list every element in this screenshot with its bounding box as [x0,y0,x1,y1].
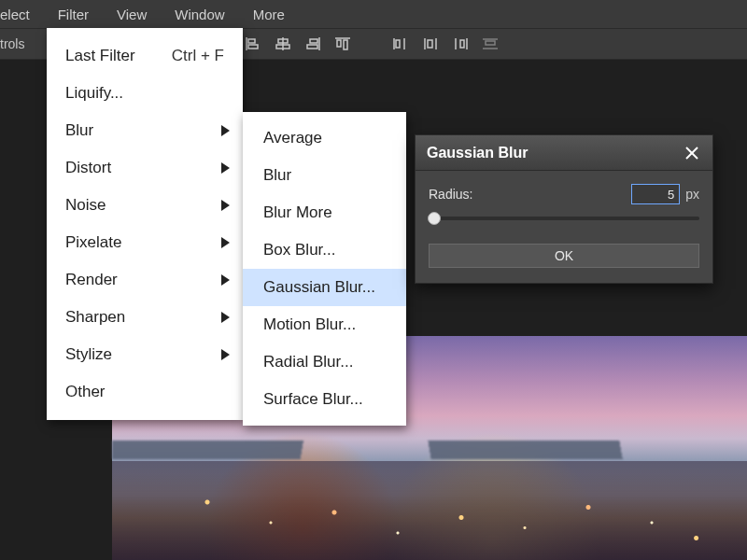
filter-stylize[interactable]: Stylize [47,336,243,373]
menu-window[interactable]: Window [161,0,238,28]
menu-filter[interactable]: Filter [44,0,103,28]
radius-unit: px [685,187,699,202]
filter-stylize-label: Stylize [65,345,112,364]
chevron-right-icon [221,349,230,360]
ok-button[interactable]: OK [429,244,699,268]
filter-pixelate-label: Pixelate [65,233,121,252]
filter-distort[interactable]: Distort [47,149,243,187]
menu-select-label: elect [0,7,30,22]
chevron-right-icon [221,125,230,136]
blur-surface-blur[interactable]: Surface Blur... [243,381,406,418]
blur-box-blur[interactable]: Box Blur... [243,231,406,269]
align-center-h-icon[interactable] [275,36,291,51]
filter-blur[interactable]: Blur [47,112,243,149]
distribute-center-h-icon[interactable] [422,36,439,51]
menu-view-label: View [117,7,147,22]
gaussian-blur-dialog: Gaussian Blur Radius: 5 px OK [415,134,713,284]
filter-noise[interactable]: Noise [47,187,243,224]
blur-radial-blur-label: Radial Blur... [263,353,353,371]
distribute-top-icon[interactable] [482,36,499,51]
svg-rect-22 [486,41,495,45]
filter-sharpen-label: Sharpen [65,308,125,327]
ok-button-label: OK [555,248,573,263]
blur-radial-blur[interactable]: Radial Blur... [243,343,406,381]
svg-rect-19 [460,40,464,48]
menu-select[interactable]: elect [0,0,44,28]
blur-motion-blur[interactable]: Motion Blur... [243,306,406,343]
chevron-right-icon [221,237,230,248]
filter-other[interactable]: Other [47,373,243,411]
menu-more[interactable]: More [239,0,299,28]
distribute-right-icon[interactable] [452,36,469,51]
radius-label: Radius: [429,187,472,202]
close-icon[interactable] [683,144,701,162]
menubar: elect Filter View Window More [0,0,747,28]
align-right-icon[interactable] [304,36,321,51]
chevron-right-icon [221,312,230,323]
filter-menu-panel: Last Filter Ctrl + F Liquify... Blur Dis… [47,28,243,420]
menu-window-label: Window [175,7,224,22]
radius-slider[interactable] [429,210,699,227]
filter-render[interactable]: Render [47,261,243,299]
filter-noise-label: Noise [65,196,106,215]
menu-view[interactable]: View [103,0,161,28]
menu-more-label: More [253,7,285,22]
chevron-right-icon [221,200,230,211]
svg-rect-11 [344,40,347,49]
svg-rect-1 [248,39,255,43]
radius-field-row: Radius: 5 px [429,184,699,204]
blur-blur[interactable]: Blur [243,157,406,194]
filter-last-filter[interactable]: Last Filter Ctrl + F [47,37,243,75]
blur-blur-label: Blur [263,166,291,185]
blur-box-blur-label: Box Blur... [263,241,335,259]
align-left-icon[interactable] [245,36,261,51]
align-top-icon[interactable] [334,36,351,51]
slider-thumb[interactable] [428,212,441,225]
filter-sharpen[interactable]: Sharpen [47,299,243,336]
blur-gaussian-blur[interactable]: Gaussian Blur... [243,269,406,306]
svg-rect-16 [428,40,432,48]
blur-motion-blur-label: Motion Blur... [263,315,356,334]
radius-input[interactable]: 5 [631,184,680,204]
blur-average-label: Average [263,129,322,147]
filter-render-label: Render [65,271,118,289]
blur-blur-more[interactable]: Blur More [243,194,406,231]
filter-distort-label: Distort [65,159,111,177]
dialog-titlebar[interactable]: Gaussian Blur [416,135,712,171]
slider-track [429,217,699,220]
svg-rect-2 [248,45,258,49]
blur-submenu-panel: Average Blur Blur More Box Blur... Gauss… [243,112,406,426]
svg-rect-8 [307,45,317,49]
toolbar-left-label: trols [0,36,34,51]
menu-filter-label: Filter [58,7,89,22]
blur-average[interactable]: Average [243,119,406,157]
filter-last-filter-shortcut: Ctrl + F [172,47,224,65]
svg-rect-7 [310,39,317,43]
filter-liquify[interactable]: Liquify... [47,75,243,112]
svg-rect-10 [337,40,341,47]
distribute-left-icon[interactable] [392,36,409,51]
filter-pixelate[interactable]: Pixelate [47,224,243,261]
blur-blur-more-label: Blur More [263,203,332,222]
filter-blur-label: Blur [65,121,93,140]
radius-value: 5 [668,188,674,202]
filter-last-filter-label: Last Filter [65,47,135,65]
blur-surface-blur-label: Surface Blur... [263,390,363,409]
chevron-right-icon [221,274,230,286]
svg-rect-13 [396,40,400,48]
filter-liquify-label: Liquify... [65,84,123,103]
chevron-right-icon [221,162,230,174]
dialog-title: Gaussian Blur [427,145,528,161]
blur-gaussian-blur-label: Gaussian Blur... [263,278,375,297]
filter-other-label: Other [65,383,106,401]
